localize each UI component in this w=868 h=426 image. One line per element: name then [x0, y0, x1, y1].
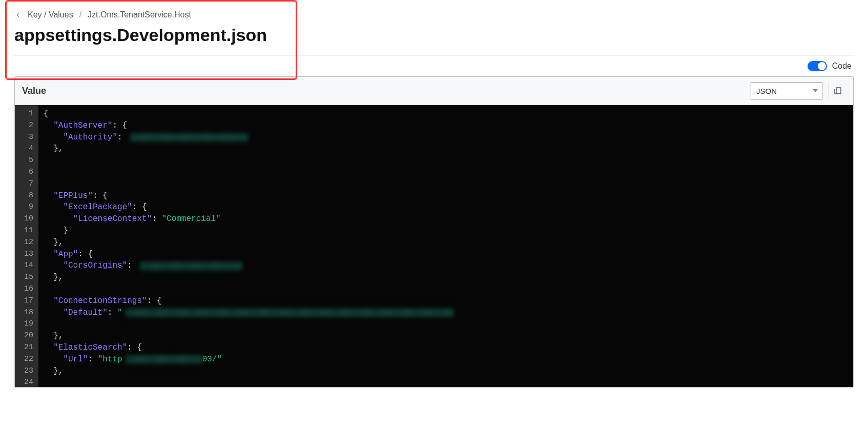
json-key: "ExcelPackage": [63, 201, 132, 213]
line-number: 3: [18, 132, 33, 144]
json-punct: [44, 295, 53, 307]
json-key: "ElasticSearch": [53, 342, 127, 354]
code-editor[interactable]: 123456789101112131415161718192021222324 …: [15, 105, 853, 387]
json-punct: : {: [132, 201, 147, 213]
line-number: 2: [18, 120, 33, 132]
code-content[interactable]: { "AuthServer": { "Authority": }, "EPPlu…: [38, 105, 853, 387]
line-number: 4: [18, 143, 33, 155]
json-key: "ConnectionStrings": [53, 295, 147, 307]
json-key: "CorsOrigins": [63, 260, 127, 272]
code-line[interactable]: "Authority":: [44, 132, 848, 144]
json-punct: }: [44, 225, 68, 237]
json-string: "http: [98, 354, 122, 366]
code-line[interactable]: "Default": ": [44, 307, 848, 319]
format-select-value: JSON: [756, 87, 777, 95]
value-panel: Value JSON 12345678910111213141516171819…: [14, 76, 854, 388]
breadcrumb-separator: /: [79, 10, 81, 19]
code-line[interactable]: "ElasticSearch": {: [44, 342, 848, 354]
line-number: 10: [18, 213, 33, 225]
json-punct: [44, 201, 63, 213]
line-number: 9: [18, 201, 33, 213]
code-line[interactable]: "EPPlus": {: [44, 190, 848, 202]
line-number: 15: [18, 272, 33, 283]
code-line[interactable]: }: [44, 225, 848, 237]
json-punct: [44, 190, 53, 202]
json-key: "Authority": [63, 132, 117, 144]
json-punct: :: [152, 213, 161, 225]
json-punct: [44, 342, 53, 354]
json-punct: : {: [127, 342, 142, 354]
breadcrumb-item-keyvalues[interactable]: Key / Values: [28, 10, 73, 19]
json-key: "AuthServer": [53, 120, 112, 132]
json-punct: },: [44, 143, 63, 155]
line-number: 21: [18, 342, 33, 354]
json-string: ": [117, 307, 122, 319]
json-punct: },: [44, 272, 63, 283]
code-toggle[interactable]: [808, 61, 827, 71]
line-number: 24: [18, 377, 33, 387]
code-line[interactable]: {: [44, 108, 848, 120]
line-number: 23: [18, 366, 33, 377]
line-number: 13: [18, 249, 33, 260]
code-line[interactable]: "ExcelPackage": {: [44, 201, 848, 213]
json-punct: : {: [147, 295, 162, 307]
json-punct: [44, 120, 53, 132]
code-line[interactable]: [44, 155, 848, 167]
copy-button[interactable]: [829, 82, 846, 99]
line-number: 6: [18, 167, 33, 178]
value-label: Value: [22, 86, 46, 96]
redacted-value: [126, 355, 202, 363]
json-key: "App": [53, 249, 78, 260]
redacted-value: [140, 262, 242, 270]
json-punct: :: [117, 132, 127, 144]
code-line[interactable]: [44, 283, 848, 295]
line-number: 5: [18, 155, 33, 167]
code-line[interactable]: },: [44, 366, 848, 377]
line-number: 12: [18, 237, 33, 249]
line-number: 18: [18, 307, 33, 319]
code-line[interactable]: [44, 318, 848, 330]
code-line[interactable]: },: [44, 143, 848, 155]
breadcrumb: ‹ Key / Values / Jzt.Oms.TenantService.H…: [14, 0, 854, 25]
json-string: 03/": [202, 354, 222, 366]
back-icon[interactable]: ‹: [14, 9, 22, 20]
line-number: 1: [18, 108, 33, 120]
json-punct: [44, 132, 63, 144]
code-line[interactable]: [44, 178, 848, 190]
json-punct: [44, 260, 63, 272]
code-line[interactable]: "LicenseContext": "Commercial": [44, 213, 848, 225]
line-number: 22: [18, 354, 33, 366]
page-title: appsettings.Development.json: [14, 25, 854, 56]
json-punct: [44, 249, 53, 260]
redacted-value: [126, 309, 453, 317]
json-punct: },: [44, 366, 63, 377]
code-toggle-label: Code: [832, 62, 852, 71]
code-line[interactable]: "Url": "http03/": [44, 354, 848, 366]
breadcrumb-item-host[interactable]: Jzt.Oms.TenantService.Host: [88, 10, 191, 19]
code-line[interactable]: "CorsOrigins":: [44, 260, 848, 272]
line-number: 7: [18, 178, 33, 190]
chevron-down-icon: [813, 89, 818, 92]
json-punct: [44, 213, 73, 225]
format-select[interactable]: JSON: [751, 82, 822, 99]
svg-rect-0: [836, 88, 841, 94]
redacted-value: [130, 133, 248, 141]
clipboard-icon: [833, 86, 842, 95]
line-number: 17: [18, 295, 33, 307]
json-punct: : {: [112, 120, 127, 132]
json-key: "Url": [63, 354, 88, 366]
line-number: 20: [18, 330, 33, 342]
code-line[interactable]: [44, 167, 848, 178]
code-line[interactable]: },: [44, 237, 848, 249]
json-punct: : {: [93, 190, 108, 202]
line-number: 14: [18, 260, 33, 272]
code-line[interactable]: },: [44, 272, 848, 283]
code-line[interactable]: [44, 377, 848, 387]
code-line[interactable]: "ConnectionStrings": {: [44, 295, 848, 307]
code-line[interactable]: },: [44, 330, 848, 342]
code-line[interactable]: "AuthServer": {: [44, 120, 848, 132]
json-key: "EPPlus": [53, 190, 93, 202]
json-key: "LicenseContext": [73, 213, 152, 225]
line-number: 8: [18, 190, 33, 202]
code-line[interactable]: "App": {: [44, 249, 848, 260]
